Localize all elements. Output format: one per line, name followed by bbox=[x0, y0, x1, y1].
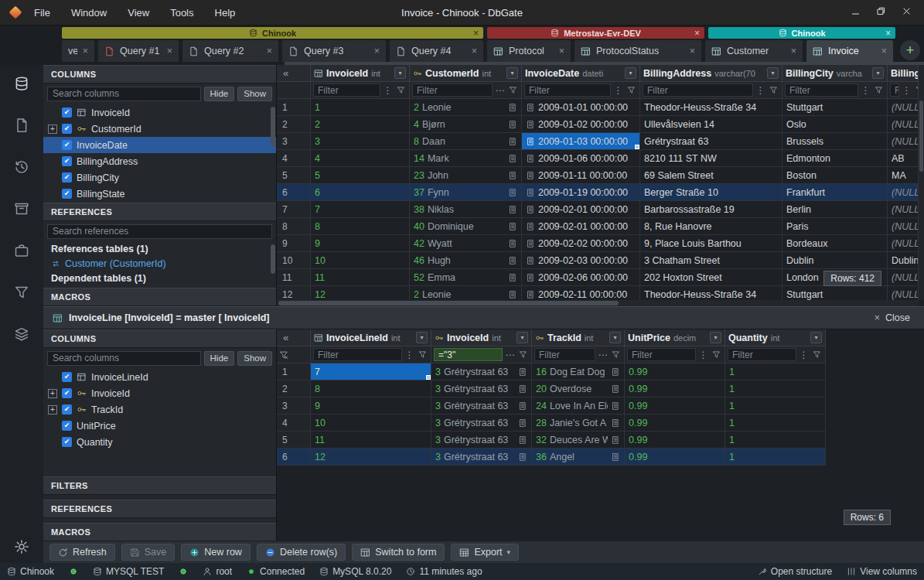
cell-billingaddress[interactable]: 9, Place Louis Barthou bbox=[640, 235, 783, 252]
columns-section-header[interactable]: COLUMNS bbox=[43, 329, 276, 348]
filter-funnel-icon[interactable] bbox=[417, 348, 428, 361]
row-number[interactable]: 3 bbox=[277, 397, 311, 415]
chevron-down-icon[interactable]: ▾ bbox=[517, 332, 528, 343]
tab-close-icon[interactable]: × bbox=[881, 46, 887, 56]
row-number[interactable]: 11 bbox=[277, 269, 311, 286]
cell-billingstate[interactable]: (NULL) bbox=[888, 235, 919, 252]
cell-trackid[interactable]: 20Overdose bbox=[532, 380, 625, 397]
cell-billingstate[interactable]: (NULL) bbox=[888, 116, 919, 133]
cell-invoiceid[interactable]: 3Grétrystraat 63 bbox=[431, 432, 532, 449]
filter-menu-icon[interactable]: ⋯ bbox=[504, 348, 516, 361]
filter-input-billingaddress[interactable]: Filter bbox=[643, 84, 753, 97]
plugins-icon[interactable] bbox=[14, 243, 29, 261]
chevron-down-icon[interactable]: ▾ bbox=[872, 67, 884, 79]
menu-view[interactable]: View bbox=[128, 7, 149, 19]
status-connected[interactable]: Connected bbox=[247, 566, 305, 577]
cell-billingaddress[interactable]: 69 Salem Street bbox=[640, 167, 783, 184]
row-number[interactable]: 1 bbox=[277, 99, 311, 116]
macros-section-header[interactable]: MACROS bbox=[43, 288, 276, 306]
filter-menu-icon[interactable]: ⋮ bbox=[697, 348, 709, 361]
tab-query-3[interactable]: Query #3× bbox=[282, 40, 386, 62]
cell-unitprice[interactable]: 0.99 bbox=[625, 380, 725, 397]
cell-invoicedate[interactable]: 2009-02-02 00:00:00 bbox=[522, 235, 640, 252]
cell-quantity[interactable]: 1 bbox=[725, 415, 826, 432]
row-number[interactable]: 6 bbox=[277, 449, 311, 466]
cell-invoiceid[interactable]: 3Grétrystraat 63 bbox=[431, 415, 532, 432]
cell-invoicelineid[interactable]: 10 bbox=[311, 415, 431, 432]
tab-query-4[interactable]: Query #4× bbox=[390, 40, 483, 62]
cell-billingcity[interactable]: Paris bbox=[783, 218, 888, 235]
status-root[interactable]: root bbox=[203, 566, 232, 577]
chevron-down-icon[interactable]: ▾ bbox=[394, 67, 406, 79]
minimize-button[interactable] bbox=[851, 6, 861, 19]
cell-customerid[interactable]: 52Emma bbox=[410, 269, 522, 286]
save-button[interactable]: Save bbox=[121, 544, 176, 561]
cell-invoiceid[interactable]: 7 bbox=[311, 201, 410, 218]
cell-unitprice[interactable]: 0.99 bbox=[625, 432, 725, 449]
filter-menu-icon[interactable]: ⋮ bbox=[860, 84, 871, 97]
column-header-invoiceid[interactable]: InvoiceIdint▾ bbox=[431, 329, 532, 346]
tab-close-icon[interactable]: × bbox=[559, 46, 564, 56]
cell-invoiceid[interactable]: 4 bbox=[311, 150, 410, 167]
cell-quantity[interactable]: 1 bbox=[725, 397, 826, 415]
cell-invoiceid[interactable]: 3Grétrystraat 63 bbox=[431, 380, 532, 397]
cell-billingaddress[interactable]: Theodor-Heuss-Straße 34 bbox=[640, 99, 783, 116]
cell-invoiceid[interactable]: 3Grétrystraat 63 bbox=[431, 363, 532, 380]
new-tab-button[interactable]: + bbox=[900, 40, 920, 60]
switch-to-form-button[interactable]: Switch to form bbox=[352, 544, 445, 561]
delete-row-s-button[interactable]: Delete row(s) bbox=[257, 544, 346, 561]
cell-invoicedate[interactable]: 2009-02-01 00:00:00 bbox=[522, 201, 640, 218]
cell-quantity[interactable]: 1 bbox=[725, 380, 826, 397]
cell-invoicelineid[interactable]: 11 bbox=[311, 432, 431, 449]
cell-invoicedate[interactable]: 2009-02-01 00:00:00 bbox=[522, 218, 640, 235]
connection-group-3[interactable]: Chinook× bbox=[708, 27, 895, 39]
column-header-quantity[interactable]: Quantityint▾ bbox=[725, 329, 826, 346]
status-mysql-test[interactable]: MYSQL TEST bbox=[93, 566, 164, 577]
checkbox[interactable]: ✔ bbox=[62, 388, 72, 398]
cell-quantity[interactable]: 1 bbox=[725, 449, 826, 466]
status-connection-dot[interactable] bbox=[179, 567, 188, 576]
cell-invoicedate[interactable]: 2009-01-06 00:00:00 bbox=[522, 150, 640, 167]
collapse-columns-button[interactable]: « bbox=[277, 65, 311, 82]
cell-billingstate[interactable]: (NULL) bbox=[888, 184, 919, 201]
tab-customer[interactable]: Customer× bbox=[705, 40, 803, 62]
chevron-down-icon[interactable]: ▾ bbox=[506, 67, 518, 79]
filter-input-trackid[interactable]: Filter bbox=[534, 348, 595, 361]
tab-query-1[interactable]: Query #1× bbox=[98, 40, 179, 62]
row-number[interactable]: 5 bbox=[277, 167, 311, 184]
dbgate-logo-icon[interactable] bbox=[14, 76, 29, 94]
filter-input-invoiceid[interactable]: ="3" bbox=[434, 348, 503, 361]
cell-customerid[interactable]: 40Dominique bbox=[410, 218, 522, 235]
tab-protocol[interactable]: Protocol× bbox=[487, 40, 571, 62]
cell-unitprice[interactable]: 0.99 bbox=[625, 449, 725, 466]
row-number[interactable]: 6 bbox=[277, 184, 311, 201]
checkbox[interactable]: ✔ bbox=[62, 124, 72, 134]
row-number[interactable]: 8 bbox=[277, 218, 311, 235]
close-icon[interactable]: × bbox=[473, 28, 479, 39]
cell-customerid[interactable]: 42Wyatt bbox=[410, 235, 522, 252]
status-chinook[interactable]: Chinook bbox=[7, 566, 54, 577]
row-number[interactable]: 2 bbox=[277, 380, 311, 397]
filter-funnel-icon[interactable] bbox=[711, 348, 722, 361]
menu-help[interactable]: Help bbox=[215, 7, 236, 19]
row-number[interactable]: 4 bbox=[277, 415, 311, 432]
cell-billingcity[interactable]: Boston bbox=[783, 167, 888, 184]
cell-invoiceid[interactable]: 8 bbox=[311, 218, 410, 235]
column-item-invoicelineid[interactable]: ✔InvoiceLineId bbox=[43, 369, 276, 385]
checkbox[interactable]: ✔ bbox=[62, 156, 72, 166]
show-columns-button[interactable]: Show bbox=[237, 87, 272, 101]
cell-invoiceid[interactable]: 2 bbox=[311, 116, 410, 133]
checkbox[interactable]: ✔ bbox=[62, 107, 72, 118]
column-header-billingstate[interactable]: BillingState▾ bbox=[888, 65, 919, 82]
connection-group-1[interactable]: Chinook× bbox=[62, 27, 483, 39]
status-11-minutes-ago[interactable]: 11 minutes ago bbox=[406, 566, 482, 577]
cell-invoicelineid[interactable]: 7 bbox=[311, 363, 431, 380]
row-number[interactable]: 10 bbox=[277, 252, 311, 269]
filter-corner[interactable] bbox=[277, 346, 311, 363]
menu-file[interactable]: File bbox=[34, 7, 50, 19]
cell-billingaddress[interactable]: Grétrystraat 63 bbox=[640, 133, 783, 150]
cell-billingcity[interactable]: Frankfurt bbox=[783, 184, 888, 201]
status-mysql-8-0-20[interactable]: MySQL 8.0.20 bbox=[319, 566, 391, 577]
row-number[interactable]: 1 bbox=[277, 363, 311, 380]
status-view-columns[interactable]: View columns bbox=[847, 566, 917, 577]
